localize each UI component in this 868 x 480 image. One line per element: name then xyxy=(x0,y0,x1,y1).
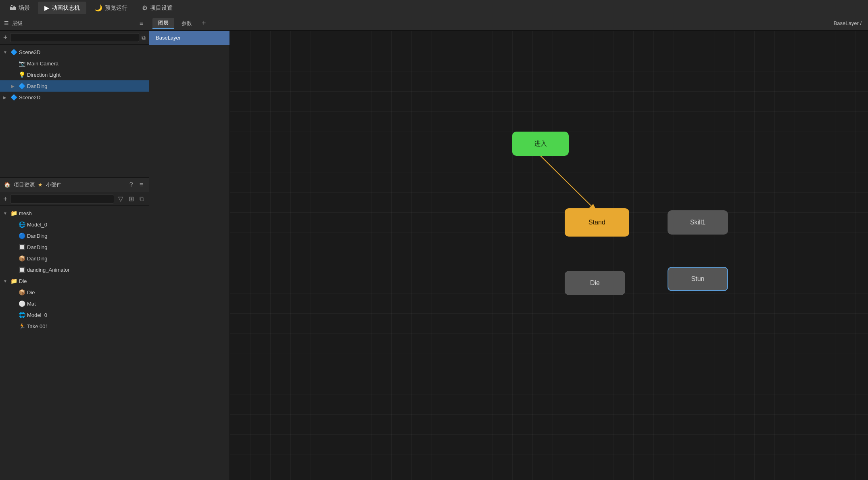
scene2d-label: Scene2D xyxy=(19,94,40,101)
state-node-stun[interactable]: Stun xyxy=(668,267,728,291)
tree-item-maincamera[interactable]: 📷 Main Camera xyxy=(0,58,149,69)
preview-nav-label: 预览运行 xyxy=(105,4,127,12)
tree-item-danding-3d[interactable]: 🔲 DanDing xyxy=(0,241,149,253)
scene3d-label: Scene3D xyxy=(19,49,40,55)
scene2d-icon: 🔷 xyxy=(10,94,17,101)
tab-layers-label: 图层 xyxy=(158,20,169,26)
take001-icon: 🏃 xyxy=(19,323,25,329)
project-panel: 🏠 项目资源 ★ 小部件 ? ≡ + ▽ ⊞ ⧉ xyxy=(0,178,149,480)
project-search-bar: + ▽ ⊞ ⧉ xyxy=(0,192,149,206)
baselayer-label: BaseLayer xyxy=(156,35,181,41)
project-tree: ▼ 📁 mesh 🌐 Model_0 🔵 DanDing xyxy=(0,206,149,480)
danding-label: DanDing xyxy=(27,83,48,89)
enter-label: 进入 xyxy=(534,140,547,148)
hierarchy-add-btn[interactable]: + xyxy=(3,34,8,41)
animator-nav-icon: ▶ xyxy=(44,4,49,12)
tree-item-mesh[interactable]: ▼ 📁 mesh xyxy=(0,208,149,219)
project-search-input[interactable] xyxy=(10,195,114,203)
tree-item-dirlight[interactable]: 💡 Direction Light xyxy=(0,69,149,80)
state-canvas[interactable]: 进入 Stand Skill1 Die Stun xyxy=(230,31,868,480)
tree-item-danding-anim[interactable]: 🔲 danding_Animator xyxy=(0,264,149,275)
state-node-stand[interactable]: Stand xyxy=(565,208,629,237)
preview-nav-icon: 🌙 xyxy=(94,4,102,12)
danding-ktx-icon: 🔵 xyxy=(19,233,25,239)
danding-3d-label: DanDing xyxy=(27,244,48,250)
nav-tab-preview[interactable]: 🌙 预览运行 xyxy=(88,2,134,14)
layers-icon: ☰ xyxy=(4,20,9,26)
scene-nav-icon: 🏔 xyxy=(10,4,16,12)
hierarchy-title-label: 层级 xyxy=(12,20,23,27)
danding-box-icon: 📦 xyxy=(19,255,25,262)
tree-item-model0-die[interactable]: 🌐 Model_0 xyxy=(0,309,149,321)
mesh-icon: 📁 xyxy=(10,210,17,216)
die-item-icon: 📦 xyxy=(19,289,25,296)
state-node-skill1[interactable]: Skill1 xyxy=(668,210,728,235)
tab-params[interactable]: 参数 xyxy=(176,18,198,29)
expand-scene3d: ▼ xyxy=(3,50,9,54)
expand-scene2d: ▶ xyxy=(3,95,9,100)
nav-tab-scene[interactable]: 🏔 场景 xyxy=(3,2,36,14)
tab-add-btn[interactable]: + xyxy=(199,19,209,27)
project-menu-btn[interactable]: ≡ xyxy=(138,180,145,189)
tree-item-danding-box[interactable]: 📦 DanDing xyxy=(0,253,149,264)
nav-tab-animator[interactable]: ▶ 动画状态机 xyxy=(38,2,86,14)
tree-item-model0[interactable]: 🌐 Model_0 xyxy=(0,219,149,230)
hierarchy-title: ☰ 层级 xyxy=(4,20,23,27)
hierarchy-search-bar: + ⧉ xyxy=(0,31,149,45)
maincamera-label: Main Camera xyxy=(27,61,58,67)
hierarchy-copy-btn[interactable]: ⧉ xyxy=(142,34,146,41)
tree-item-take001[interactable]: 🏃 Take 001 xyxy=(0,321,149,332)
tree-item-die-folder[interactable]: ▼ 📁 Die xyxy=(0,275,149,287)
hierarchy-search-input[interactable] xyxy=(10,33,139,42)
scene-nav-label: 场景 xyxy=(19,4,30,12)
left-panel: ☰ 层级 ≡ + ⧉ ▼ 🔷 Scene3D xyxy=(0,16,149,480)
animator-nav-label: 动画状态机 xyxy=(52,4,80,12)
dirlight-icon: 💡 xyxy=(19,71,25,78)
tree-item-scene3d[interactable]: ▼ 🔷 Scene3D xyxy=(0,46,149,58)
project-columns-btn[interactable]: ⊞ xyxy=(127,194,136,203)
expand-danding: ▶ xyxy=(11,84,17,88)
stand-label: Stand xyxy=(588,219,605,226)
layers-list: BaseLayer xyxy=(149,31,230,480)
tab-params-label: 参数 xyxy=(182,20,192,26)
widgets-label: 小部件 xyxy=(46,181,62,189)
project-filter-btn[interactable]: ▽ xyxy=(117,194,125,203)
mat-icon: ⚪ xyxy=(19,300,25,307)
project-add-btn[interactable]: + xyxy=(3,195,8,203)
layers-area: BaseLayer 进入 xyxy=(149,31,868,480)
project-help-btn[interactable]: ? xyxy=(128,180,135,189)
state-node-enter[interactable]: 进入 xyxy=(512,132,569,156)
die-label: Die xyxy=(590,279,600,287)
state-node-die[interactable]: Die xyxy=(565,271,625,295)
danding-anim-label: danding_Animator xyxy=(27,267,70,273)
dirlight-label: Direction Light xyxy=(27,72,61,78)
tree-item-danding-ktx[interactable]: 🔵 DanDing xyxy=(0,230,149,241)
project-actions: ? ≡ xyxy=(128,180,145,189)
animator-panel: 图层 参数 + BaseLayer / BaseLayer xyxy=(149,16,868,480)
tree-item-mat[interactable]: ⚪ Mat xyxy=(0,298,149,309)
die-folder-icon: 📁 xyxy=(10,278,17,284)
model0-label: Model_0 xyxy=(27,222,47,228)
nav-tab-settings[interactable]: ⚙ 项目设置 xyxy=(136,2,179,14)
stun-label: Stun xyxy=(691,275,705,283)
breadcrumb: BaseLayer / xyxy=(830,20,865,26)
main-layout: ☰ 层级 ≡ + ⧉ ▼ 🔷 Scene3D xyxy=(0,16,868,480)
danding-icon: 🔷 xyxy=(19,83,25,89)
project-title-area: 🏠 项目资源 ★ 小部件 xyxy=(4,181,62,189)
maincamera-icon: 📷 xyxy=(19,60,25,67)
skill1-label: Skill1 xyxy=(690,219,705,226)
star-icon: ★ xyxy=(38,182,43,188)
project-icon: 🏠 xyxy=(4,182,10,188)
scene3d-icon: 🔷 xyxy=(10,49,17,55)
mesh-label: mesh xyxy=(19,210,32,216)
expand-die: ▼ xyxy=(3,279,9,283)
tree-item-die-item[interactable]: 📦 Die xyxy=(0,287,149,298)
layer-item-baselayer[interactable]: BaseLayer xyxy=(149,31,230,45)
model0-icon: 🌐 xyxy=(19,221,25,228)
model0-die-icon: 🌐 xyxy=(19,312,25,318)
hierarchy-menu-btn[interactable]: ≡ xyxy=(138,19,145,28)
project-copy-btn[interactable]: ⧉ xyxy=(138,195,146,203)
tab-layers[interactable]: 图层 xyxy=(152,18,174,29)
tree-item-danding[interactable]: ▶ 🔷 DanDing xyxy=(0,80,149,92)
tree-item-scene2d[interactable]: ▶ 🔷 Scene2D xyxy=(0,92,149,103)
